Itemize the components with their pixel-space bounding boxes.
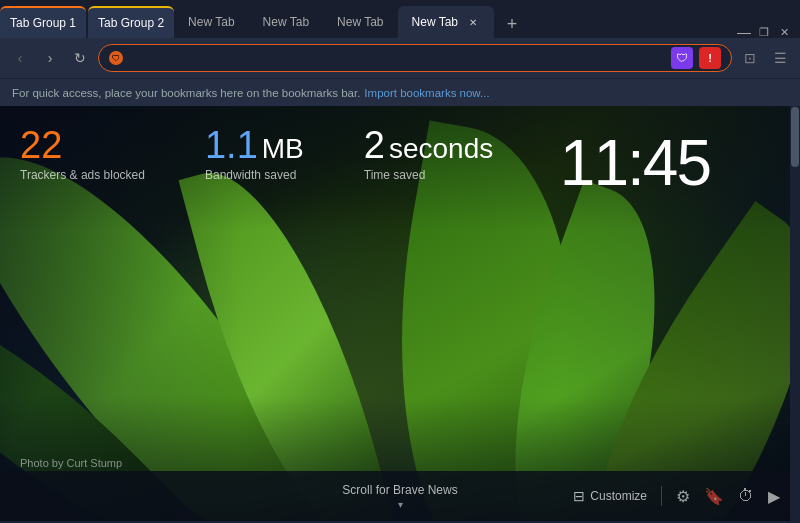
tab-new-2[interactable]: New Tab: [249, 6, 323, 38]
address-bar[interactable]: 🛡 🛡 !: [98, 44, 732, 72]
tab-label-1: New Tab: [188, 15, 234, 29]
trackers-stat: 22 Trackers & ads blocked: [20, 126, 145, 182]
alert-icon[interactable]: !: [699, 47, 721, 69]
bottom-bar: Scroll for Brave News ▾ ⊟ Customize ⚙ 🔖 …: [0, 471, 800, 521]
import-bookmarks-link[interactable]: Import bookmarks now...: [364, 87, 489, 99]
main-content: 22 Trackers & ads blocked 1.1MB Bandwidt…: [0, 106, 800, 521]
page-favicon: 🛡: [109, 51, 123, 65]
customize-label: Customize: [590, 489, 647, 503]
time-number: 2: [364, 124, 385, 166]
window-controls: — ❐ ✕: [738, 26, 800, 38]
tab-bar: Tab Group 1 Tab Group 2 New Tab New Tab …: [0, 0, 800, 38]
close-button[interactable]: ✕: [778, 26, 790, 38]
video-icon-btn[interactable]: ▶: [768, 487, 780, 506]
address-bar-icons: 🛡 !: [671, 47, 721, 69]
trackers-count: 22: [20, 126, 145, 164]
time-unit: seconds: [389, 133, 493, 164]
tab-new-3[interactable]: New Tab: [323, 6, 397, 38]
tab-label-2: New Tab: [263, 15, 309, 29]
scroll-news-text: Scroll for Brave News: [342, 483, 457, 497]
bottom-right-icons: ⊟ Customize ⚙ 🔖 ⏱ ▶: [573, 486, 780, 506]
bandwidth-number: 1.1: [205, 124, 258, 166]
new-tab-button[interactable]: +: [498, 10, 526, 38]
time-value: 2seconds: [364, 126, 493, 164]
tab-close-icon[interactable]: ✕: [466, 15, 480, 29]
bandwidth-stat: 1.1MB Bandwidth saved: [205, 126, 304, 182]
trackers-label: Trackers & ads blocked: [20, 168, 145, 182]
address-bar-row: ‹ › ↻ 🛡 🛡 ! ⊡ ☰: [0, 38, 800, 78]
tab-group-1[interactable]: Tab Group 1: [0, 6, 86, 38]
tab-group-1-label: Tab Group 1: [10, 16, 76, 30]
tab-active[interactable]: New Tab ✕: [398, 6, 494, 38]
forward-button[interactable]: ›: [38, 46, 62, 70]
settings-icon-btn[interactable]: ⚙: [676, 487, 690, 506]
tab-group-2[interactable]: Tab Group 2: [88, 6, 174, 38]
divider-1: [661, 486, 662, 506]
scroll-arrow-icon: ▾: [398, 499, 403, 510]
cast-icon[interactable]: ⊡: [738, 46, 762, 70]
tab-group-2-label: Tab Group 2: [98, 16, 164, 30]
tab-new-1[interactable]: New Tab: [174, 6, 248, 38]
sliders-icon: ⊟: [573, 488, 585, 504]
history-icon-btn[interactable]: ⏱: [738, 487, 754, 505]
photo-credit: Photo by Curt Stump: [20, 457, 122, 469]
scrollbar-thumb[interactable]: [791, 107, 799, 167]
bandwidth-value: 1.1MB: [205, 126, 304, 164]
customize-button[interactable]: ⊟ Customize: [573, 488, 647, 504]
scrollbar[interactable]: [790, 106, 800, 521]
maximize-button[interactable]: ❐: [758, 26, 770, 38]
brave-shield-icon[interactable]: 🛡: [671, 47, 693, 69]
back-button[interactable]: ‹: [8, 46, 32, 70]
bookmarks-bar: For quick access, place your bookmarks h…: [0, 78, 800, 106]
bandwidth-unit: MB: [262, 133, 304, 164]
time-label: Time saved: [364, 168, 493, 182]
favicon-icon: 🛡: [112, 54, 120, 63]
scroll-for-news[interactable]: Scroll for Brave News ▾: [342, 483, 457, 510]
refresh-button[interactable]: ↻: [68, 46, 92, 70]
tab-active-label: New Tab: [412, 15, 458, 29]
clock: 11:45: [560, 126, 710, 200]
bookmark-icon-btn[interactable]: 🔖: [704, 487, 724, 506]
tab-label-3: New Tab: [337, 15, 383, 29]
time-stat: 2seconds Time saved: [364, 126, 493, 182]
minimize-button[interactable]: —: [738, 26, 750, 38]
browser-chrome: Tab Group 1 Tab Group 2 New Tab New Tab …: [0, 0, 800, 106]
toolbar-right: ⊡ ☰: [738, 46, 792, 70]
bandwidth-label: Bandwidth saved: [205, 168, 304, 182]
menu-icon[interactable]: ☰: [768, 46, 792, 70]
bookmarks-hint-text: For quick access, place your bookmarks h…: [12, 87, 360, 99]
